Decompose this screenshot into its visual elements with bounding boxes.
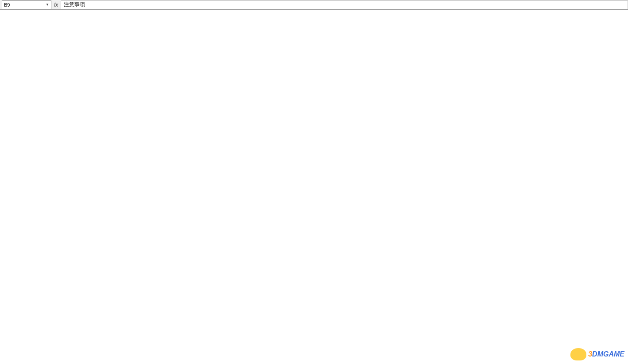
fx-icon[interactable]: fx	[54, 2, 58, 8]
fx-button-group: fx	[54, 2, 58, 8]
formula-bar: B9 ▼ fx 注意事项	[0, 0, 628, 10]
formula-content: 注意事项	[64, 1, 85, 8]
dropdown-icon[interactable]: ▼	[46, 3, 49, 7]
cell-reference: B9	[4, 2, 10, 8]
name-box[interactable]: B9 ▼	[2, 0, 51, 9]
formula-input[interactable]: 注意事项	[61, 0, 628, 9]
